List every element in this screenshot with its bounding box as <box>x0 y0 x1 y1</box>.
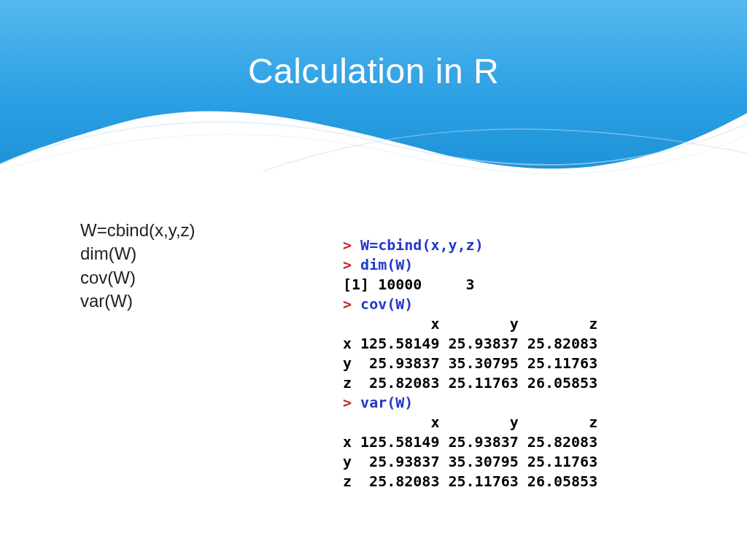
matrix-row: y 25.93837 35.30795 25.11763 <box>343 453 597 470</box>
prompt-symbol: > <box>343 256 360 273</box>
slide-banner <box>0 0 747 190</box>
code-line: W=cbind(x,y,z) <box>80 219 196 242</box>
prompt-symbol: > <box>343 295 360 313</box>
left-code-block: W=cbind(x,y,z) dim(W) cov(W) var(W) <box>80 219 196 314</box>
code-line: dim(W) <box>80 242 196 265</box>
console-command: dim(W) <box>360 256 413 273</box>
matrix-header: x y z <box>343 413 597 431</box>
matrix-row: x 125.58149 25.93837 25.82083 <box>343 335 597 352</box>
slide-title: Calculation in R <box>0 51 747 91</box>
code-line: cov(W) <box>80 266 196 289</box>
matrix-row: z 25.82083 25.11763 26.05853 <box>343 374 597 392</box>
console-output: [1] 10000 3 <box>343 276 475 293</box>
matrix-row: y 25.93837 35.30795 25.11763 <box>343 354 597 372</box>
prompt-symbol: > <box>343 394 360 411</box>
r-console-output: > W=cbind(x,y,z) > dim(W) [1] 10000 3 > … <box>343 216 597 491</box>
code-line: var(W) <box>80 289 196 313</box>
console-command: var(W) <box>360 394 413 411</box>
console-command: W=cbind(x,y,z) <box>360 236 484 254</box>
matrix-row: z 25.82083 25.11763 26.05853 <box>343 472 597 490</box>
console-command: cov(W) <box>360 295 413 313</box>
matrix-row: x 125.58149 25.93837 25.82083 <box>343 433 597 451</box>
prompt-symbol: > <box>343 236 360 254</box>
matrix-header: x y z <box>343 315 597 332</box>
